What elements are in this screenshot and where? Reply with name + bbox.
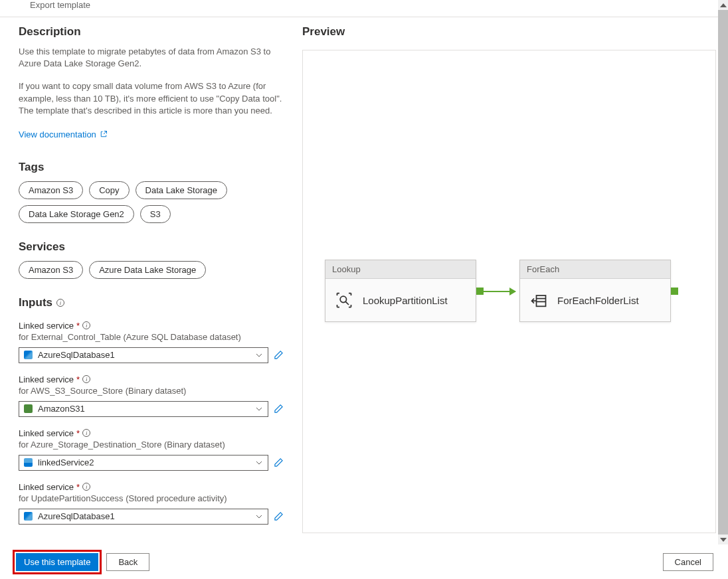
tags-row-1: Amazon S3 Copy Data Lake Storage [19,181,284,199]
foreach-icon [529,291,548,309]
chevron-down-icon [256,515,262,519]
input-label-3: Linked service * i [19,482,284,492]
input-info-icon-1[interactable]: i [82,375,90,383]
edit-pencil-icon-2[interactable] [274,457,284,467]
tags-section: Tags Amazon S3 Copy Data Lake Storage Da… [19,161,284,223]
external-link-icon [100,130,108,138]
input-group-0: Linked service * i for External_Control_… [19,321,284,363]
edit-pencil-icon-1[interactable] [274,404,284,414]
breadcrumb-cutoff: Export template [0,0,728,17]
sql-icon [24,512,33,521]
select-value-3: AzureSqlDatabase1 [38,511,115,521]
linked-service-select-1[interactable]: AmazonS31 [19,401,268,417]
cancel-button[interactable]: Cancel [663,553,713,571]
input-group-2: Linked service * i for Azure_Storage_Des… [19,428,284,471]
svg-point-0 [340,296,346,302]
chevron-down-icon [256,407,262,411]
back-button[interactable]: Back [106,553,149,571]
edit-pencil-icon-0[interactable] [274,350,284,360]
doc-link-text: View documentation [19,129,96,139]
select-value-1: AmazonS31 [38,404,85,414]
tag-s3[interactable]: S3 [140,205,171,223]
activity-lookup-name: LookupPartitionList [363,295,448,306]
flow-connector [484,291,515,292]
activity-foreach-node[interactable]: ForEach ForEachFolderList [519,260,671,322]
main-container: Description Use this template to migrate… [0,0,728,544]
scroll-up-button[interactable] [718,0,728,10]
tags-row-2: Data Lake Storage Gen2 S3 [19,205,284,223]
description-para2: If you want to copy small data volume fr… [19,80,284,117]
required-star-2: * [76,428,80,438]
s3-icon [24,404,33,413]
inputs-heading: Inputs [19,296,52,309]
tag-data-lake-storage[interactable]: Data Lake Storage [136,181,227,199]
input-info-icon-2[interactable]: i [82,429,90,437]
input-label-2: Linked service * i [19,428,284,438]
tag-data-lake-storage-gen2[interactable]: Data Lake Storage Gen2 [19,205,134,223]
select-value-2: linkedService2 [38,457,94,467]
linked-service-select-0[interactable]: AzureSqlDatabase1 [19,347,268,363]
chevron-down-icon [256,461,262,465]
input-sublabel-2: for Azure_Storage_Destination_Store (Bin… [19,440,284,450]
services-row: Amazon S3 Azure Data Lake Storage [19,261,284,279]
activity-lookup-node[interactable]: Lookup LookupPartitionList [325,260,476,322]
description-section: Description Use this template to migrate… [19,25,284,139]
storage-icon [24,458,33,467]
left-panel: Description Use this template to migrate… [0,0,302,544]
inputs-section: Inputs i Linked service * i for External… [19,296,284,525]
tag-copy[interactable]: Copy [89,181,129,199]
service-amazon-s3[interactable]: Amazon S3 [19,261,83,279]
services-heading: Services [19,240,284,254]
sql-icon [24,351,33,359]
use-this-template-button[interactable]: Use this template [16,553,98,571]
scroll-thumb[interactable] [718,10,728,535]
chevron-up-icon [720,3,727,7]
service-adls[interactable]: Azure Data Lake Storage [89,261,206,279]
view-documentation-link[interactable]: View documentation [19,129,108,139]
activity-foreach-type: ForEach [520,260,670,279]
required-star-0: * [76,321,80,331]
connector-out-handle-2[interactable] [671,288,678,295]
label-text-0: Linked service [19,321,74,331]
label-text-1: Linked service [19,374,74,384]
footer-bar: Use this template Back Cancel [0,544,728,579]
tags-heading: Tags [19,161,284,174]
label-text-3: Linked service [19,482,74,492]
right-panel: Preview Lookup LookupPartitionList ForEa… [302,0,728,544]
input-group-1: Linked service * i for AWS_S3_Source_Sto… [19,374,284,417]
linked-service-select-2[interactable]: linkedService2 [19,455,268,471]
chevron-down-icon [720,538,727,542]
edit-pencil-icon-3[interactable] [274,511,284,521]
input-label-0: Linked service * i [19,321,284,331]
label-text-2: Linked service [19,428,74,438]
chevron-down-icon [256,353,262,357]
linked-service-select-3[interactable]: AzureSqlDatabase1 [19,509,268,525]
activity-lookup-type: Lookup [325,260,476,279]
connector-out-handle[interactable] [476,288,484,295]
input-group-3: Linked service * i for UpdatePartitionSu… [19,482,284,525]
activity-foreach-name: ForEachFolderList [557,295,639,306]
input-label-1: Linked service * i [19,374,284,384]
vertical-scrollbar[interactable] [718,0,728,544]
preview-canvas[interactable]: Lookup LookupPartitionList ForEach [302,50,716,533]
preview-heading: Preview [302,25,716,39]
inputs-info-icon[interactable]: i [56,299,64,307]
input-sublabel-1: for AWS_S3_Source_Store (Binary dataset) [19,386,284,396]
select-value-0: AzureSqlDatabase1 [38,350,115,360]
tag-amazon-s3[interactable]: Amazon S3 [19,181,83,199]
svg-rect-1 [537,295,546,306]
lookup-icon [335,291,353,309]
services-section: Services Amazon S3 Azure Data Lake Stora… [19,240,284,279]
input-info-icon-0[interactable]: i [82,321,90,329]
description-para1: Use this template to migrate petabytes o… [19,46,284,70]
input-info-icon-3[interactable]: i [82,483,90,491]
required-star-1: * [76,374,80,384]
description-heading: Description [19,25,284,39]
input-sublabel-3: for UpdatePartitionSuccess (Stored proce… [19,493,284,503]
input-sublabel-0: for External_Control_Table (Azure SQL Da… [19,332,284,342]
scroll-down-button[interactable] [718,535,728,544]
required-star-3: * [76,482,80,492]
